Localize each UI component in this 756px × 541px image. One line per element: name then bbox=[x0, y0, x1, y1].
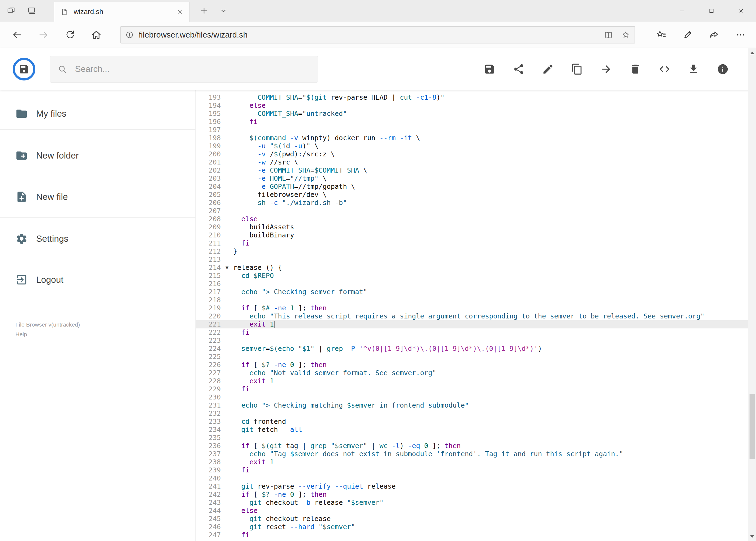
code-line-197[interactable]: 197 bbox=[196, 126, 756, 134]
code-line-239[interactable]: 239 fi bbox=[196, 466, 756, 474]
site-info-icon[interactable] bbox=[125, 31, 134, 39]
code-line-220[interactable]: 220 echo "This release script requires a… bbox=[196, 312, 756, 320]
browser-tab[interactable]: wizard.sh bbox=[54, 2, 189, 22]
code-line-200[interactable]: 200 -v /$(pwd):/src:z \ bbox=[196, 150, 756, 158]
code-line-208[interactable]: 208 else bbox=[196, 215, 756, 223]
code-line-245[interactable]: 245 git checkout release bbox=[196, 515, 756, 523]
code-line-242[interactable]: 242 if [ $? -ne 0 ]; then bbox=[196, 490, 756, 499]
code-line-214[interactable]: 214▾release () { bbox=[196, 264, 756, 272]
code-line-196[interactable]: 196 fi bbox=[196, 118, 756, 126]
code-line-232[interactable]: 232 bbox=[196, 409, 756, 417]
page-scrollbar[interactable] bbox=[748, 48, 756, 541]
code-line-204[interactable]: 204 -e GOPATH=//tmp/gopath \ bbox=[196, 183, 756, 191]
share-icon[interactable] bbox=[701, 22, 727, 48]
maximize-button[interactable] bbox=[697, 0, 726, 22]
code-line-241[interactable]: 241 git rev-parse --verify --quiet relea… bbox=[196, 482, 756, 490]
code-line-244[interactable]: 244 else bbox=[196, 507, 756, 515]
code-line-194[interactable]: 194 else bbox=[196, 102, 756, 110]
code-line-236[interactable]: 236 if [ $(git tag | grep "$semver" | wc… bbox=[196, 442, 756, 450]
move-button[interactable] bbox=[597, 60, 615, 78]
tab-close-icon[interactable] bbox=[176, 8, 183, 15]
download-button[interactable] bbox=[685, 60, 702, 78]
sidebar-item-new-file[interactable]: New file bbox=[0, 189, 195, 205]
code-line-234[interactable]: 234 git fetch --all bbox=[196, 426, 756, 434]
code-line-247[interactable]: 247 fi bbox=[196, 531, 756, 539]
back-button[interactable] bbox=[4, 22, 30, 48]
code-line-235[interactable]: 235 bbox=[196, 434, 756, 442]
sidebar-item-logout[interactable]: Logout bbox=[0, 272, 195, 288]
refresh-button[interactable] bbox=[57, 22, 83, 48]
code-text: exit 1 bbox=[233, 320, 275, 328]
code-line-233[interactable]: 233 cd frontend bbox=[196, 417, 756, 426]
code-line-195[interactable]: 195 COMMIT_SHA="untracked" bbox=[196, 110, 756, 118]
code-line-218[interactable]: 218 bbox=[196, 296, 756, 304]
code-line-211[interactable]: 211 fi bbox=[196, 239, 756, 248]
code-line-215[interactable]: 215 cd $REPO bbox=[196, 272, 756, 280]
code-line-210[interactable]: 210 buildBinary bbox=[196, 231, 756, 239]
code-editor[interactable]: 193 COMMIT_SHA="$(git rev-parse HEAD | c… bbox=[196, 90, 756, 541]
reading-view-icon[interactable] bbox=[604, 30, 613, 39]
copy-button[interactable] bbox=[568, 60, 586, 78]
code-line-207[interactable]: 207 bbox=[196, 207, 756, 215]
code-line-205[interactable]: 205 filebrowser/dev \ bbox=[196, 191, 756, 199]
code-line-230[interactable]: 230 bbox=[196, 393, 756, 401]
code-line-202[interactable]: 202 -e COMMIT_SHA=$COMMIT_SHA \ bbox=[196, 166, 756, 175]
sidebar-item-new-folder[interactable]: New folder bbox=[0, 148, 195, 164]
code-line-231[interactable]: 231 echo "> Checking matching $semver in… bbox=[196, 401, 756, 409]
code-line-203[interactable]: 203 -e HOME="//tmp" \ bbox=[196, 175, 756, 183]
code-line-243[interactable]: 243 git checkout -b release "$semver" bbox=[196, 499, 756, 507]
code-line-240[interactable]: 240 bbox=[196, 474, 756, 482]
address-bar[interactable]: filebrowser.web/files/wizard.sh bbox=[121, 26, 635, 44]
code-line-223[interactable]: 223 bbox=[196, 336, 756, 345]
search-input[interactable]: Search... bbox=[50, 56, 318, 83]
close-button[interactable] bbox=[726, 0, 756, 22]
source-code-button[interactable] bbox=[655, 60, 673, 78]
code-line-199[interactable]: 199 -u "$(id -u)" \ bbox=[196, 142, 756, 150]
code-line-224[interactable]: 224 semver=$(echo "$1" | grep -P '^v(0|[… bbox=[196, 345, 756, 353]
minimize-button[interactable] bbox=[667, 0, 697, 22]
code-line-228[interactable]: 228 exit 1 bbox=[196, 377, 756, 385]
fold-marker-icon[interactable]: ▾ bbox=[221, 264, 233, 272]
code-line-213[interactable]: 213 bbox=[196, 256, 756, 264]
info-button[interactable] bbox=[714, 60, 732, 78]
code-line-227[interactable]: 227 echo "Not valid semver format. See s… bbox=[196, 369, 756, 377]
code-line-217[interactable]: 217 echo "> Checking semver format" bbox=[196, 288, 756, 296]
code-line-206[interactable]: 206 sh -c "./wizard.sh -b" bbox=[196, 199, 756, 207]
edit-button[interactable] bbox=[539, 60, 557, 78]
save-button[interactable] bbox=[481, 60, 499, 78]
code-line-229[interactable]: 229 fi bbox=[196, 385, 756, 393]
code-line-216[interactable]: 216 bbox=[196, 280, 756, 288]
forward-button[interactable] bbox=[30, 22, 57, 48]
set-tabs-aside-icon[interactable] bbox=[6, 6, 16, 15]
code-line-225[interactable]: 225 bbox=[196, 353, 756, 361]
code-line-219[interactable]: 219 if [ $# -ne 1 ]; then bbox=[196, 304, 756, 312]
share-button[interactable] bbox=[510, 60, 528, 78]
home-button[interactable] bbox=[83, 22, 110, 48]
code-line-201[interactable]: 201 -w //src \ bbox=[196, 158, 756, 166]
code-line-222[interactable]: 222 fi bbox=[196, 328, 756, 336]
tabs-preview-icon[interactable] bbox=[27, 6, 36, 15]
code-line-238[interactable]: 238 exit 1 bbox=[196, 458, 756, 466]
code-line-212[interactable]: 212} bbox=[196, 248, 756, 256]
new-tab-button[interactable] bbox=[199, 6, 209, 16]
hub-favorites-icon[interactable] bbox=[648, 22, 674, 48]
code-line-209[interactable]: 209 buildAssets bbox=[196, 223, 756, 231]
code-line-246[interactable]: 246 git reset --hard "$semver" bbox=[196, 523, 756, 531]
tab-menu-chevron-icon[interactable] bbox=[219, 6, 228, 15]
sidebar-item-settings[interactable]: Settings bbox=[0, 231, 195, 247]
favorite-star-icon[interactable] bbox=[621, 30, 630, 39]
delete-button[interactable] bbox=[627, 60, 644, 78]
code-line-237[interactable]: 237 echo "Tag $semver does not exist in … bbox=[196, 450, 756, 458]
more-options-icon[interactable] bbox=[727, 22, 754, 48]
sidebar-item-my-files[interactable]: My files bbox=[0, 106, 195, 122]
help-link[interactable]: Help bbox=[15, 331, 195, 338]
code-line-193[interactable]: 193 COMMIT_SHA="$(git rev-parse HEAD | c… bbox=[196, 94, 756, 102]
scrollbar-up-arrow[interactable] bbox=[750, 52, 754, 54]
scrollbar-down-arrow[interactable] bbox=[750, 535, 754, 538]
url-text[interactable]: filebrowser.web/files/wizard.sh bbox=[139, 30, 596, 39]
code-line-198[interactable]: 198 $(command -v winpty) docker run --rm… bbox=[196, 134, 756, 142]
web-notes-pen-icon[interactable] bbox=[674, 22, 701, 48]
code-line-226[interactable]: 226 if [ $? -ne 0 ]; then bbox=[196, 361, 756, 369]
code-line-221[interactable]: 221 exit 1 bbox=[196, 320, 756, 328]
scrollbar-thumb[interactable] bbox=[750, 394, 755, 459]
